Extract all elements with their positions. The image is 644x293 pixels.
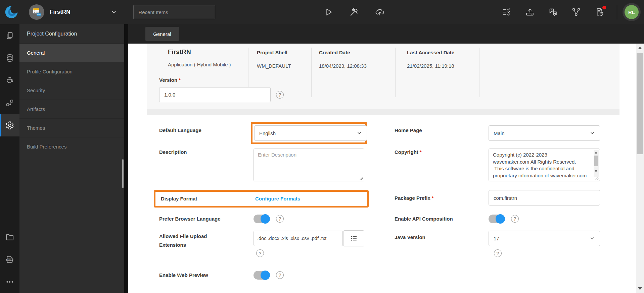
java-version-select[interactable]: 17 bbox=[489, 231, 600, 246]
top-bar: FirstRN Recent Items bbox=[0, 0, 644, 24]
project-avatar-icon[interactable] bbox=[29, 4, 44, 20]
display-format-highlight: Display Format Configure Formats bbox=[154, 190, 369, 208]
version-input[interactable] bbox=[159, 87, 271, 102]
enable-web-preview-label: Enable Web Preview bbox=[159, 272, 208, 278]
extensions-list-button[interactable] bbox=[343, 230, 364, 246]
sidebar-scrollbar-thumb[interactable] bbox=[122, 159, 124, 188]
sidebar-item-profile-configuration[interactable]: Profile Configuration bbox=[19, 62, 124, 81]
chevron-down-icon bbox=[590, 130, 595, 136]
enable-web-preview-help-icon[interactable]: ? bbox=[276, 271, 284, 279]
version-label: Version* bbox=[159, 77, 181, 83]
description-textarea[interactable]: Enter Description bbox=[254, 149, 364, 181]
checklist-icon[interactable] bbox=[501, 6, 512, 18]
user-avatar-initials: RL bbox=[625, 5, 639, 19]
last-accessed-value: 21/02/2025, 11:19:18 bbox=[407, 63, 454, 69]
user-avatar[interactable]: RL bbox=[623, 3, 641, 21]
required-marker: * bbox=[432, 195, 434, 201]
project-type: Application ( Hybrid Mobile ) bbox=[168, 62, 231, 67]
run-icon[interactable] bbox=[323, 6, 334, 18]
chevron-down-icon bbox=[590, 236, 595, 241]
sidebar-item-build-preferences[interactable]: Build Preferences bbox=[19, 137, 124, 156]
allowed-extensions-label: Allowed File Upload Extensions bbox=[159, 232, 223, 249]
project-switcher-chevron-icon[interactable] bbox=[110, 9, 117, 15]
rail-database-icon[interactable] bbox=[0, 47, 19, 69]
home-page-value: Main bbox=[494, 130, 505, 136]
scroll-down-arrow-icon[interactable] bbox=[638, 287, 642, 290]
description-label: Description bbox=[159, 149, 187, 155]
allowed-extensions-help-icon[interactable]: ? bbox=[256, 249, 264, 257]
default-language-value: English bbox=[259, 130, 276, 136]
rail-spacer bbox=[0, 136, 19, 226]
recent-items-input[interactable]: Recent Items bbox=[133, 5, 215, 19]
enable-api-composition-help-icon[interactable]: ? bbox=[511, 215, 519, 223]
sidebar-item-artifacts[interactable]: Artifacts bbox=[19, 100, 124, 119]
sidebar-header: Project Configuration bbox=[19, 24, 124, 44]
configure-formats-link[interactable]: Configure Formats bbox=[255, 196, 300, 201]
sidebar-item-themes[interactable]: Themes bbox=[19, 119, 124, 137]
tools-icon[interactable] bbox=[349, 6, 360, 18]
prefer-browser-language-help-icon[interactable]: ? bbox=[276, 215, 284, 223]
java-version-value: 17 bbox=[494, 236, 499, 241]
resize-grip-icon[interactable] bbox=[360, 177, 363, 180]
rail-file-explorer-icon[interactable] bbox=[0, 226, 19, 248]
notification-dot bbox=[602, 6, 606, 9]
java-version-help-icon[interactable]: ? bbox=[494, 249, 502, 257]
rail-apis-icon[interactable] bbox=[0, 92, 19, 114]
general-settings-panel: FirstRN Application ( Hybrid Mobile ) Pr… bbox=[128, 44, 644, 293]
version-help-icon[interactable]: ? bbox=[276, 91, 284, 99]
sync-changes-icon[interactable] bbox=[594, 6, 605, 18]
scrollbar-thumb[interactable] bbox=[637, 53, 643, 154]
required-marker: * bbox=[179, 77, 181, 83]
home-page-select[interactable]: Main bbox=[489, 125, 600, 141]
enable-api-composition-toggle[interactable] bbox=[489, 215, 504, 223]
prefer-browser-language-toggle[interactable] bbox=[254, 215, 269, 223]
rail-pages-icon[interactable] bbox=[0, 24, 19, 47]
default-language-select[interactable]: English bbox=[254, 125, 367, 141]
content-tab-bar: General bbox=[128, 24, 644, 44]
sidebar-resize-gutter[interactable] bbox=[124, 24, 128, 293]
created-date-label: Created Date bbox=[319, 50, 350, 55]
export-icon[interactable] bbox=[524, 6, 536, 18]
copyright-scrollbar[interactable] bbox=[594, 150, 599, 177]
scroll-up-arrow-icon[interactable] bbox=[595, 152, 597, 154]
app-window: FirstRN Recent Items bbox=[0, 0, 644, 293]
allowed-extensions-input[interactable] bbox=[254, 231, 343, 246]
sidebar-item-general[interactable]: General bbox=[19, 44, 124, 62]
svg-text:LOG: LOG bbox=[8, 259, 11, 260]
resize-grip-icon[interactable] bbox=[595, 177, 599, 180]
info-divider bbox=[395, 48, 396, 97]
page-scrollbar[interactable] bbox=[636, 44, 644, 293]
home-page-label: Home Page bbox=[395, 127, 422, 133]
last-accessed-label: Last Accessed Date bbox=[407, 50, 454, 55]
section-divider-band bbox=[147, 109, 619, 115]
java-version-label: Java Version bbox=[395, 234, 425, 240]
enable-api-composition-label: Enable API Composition bbox=[395, 216, 453, 222]
rail-settings-gear-icon[interactable] bbox=[0, 114, 19, 136]
deploy-cloud-icon[interactable] bbox=[374, 6, 385, 18]
rail-more-icon[interactable] bbox=[0, 271, 19, 293]
sidebar-item-security[interactable]: Security bbox=[19, 81, 124, 100]
translate-icon[interactable] bbox=[547, 6, 559, 18]
enable-web-preview-toggle[interactable] bbox=[254, 271, 269, 280]
scroll-up-arrow-icon[interactable] bbox=[638, 47, 642, 49]
scroll-down-arrow-icon[interactable] bbox=[595, 170, 597, 172]
rail-logs-icon[interactable]: LOG bbox=[0, 248, 19, 271]
info-divider bbox=[479, 48, 479, 97]
display-format-label: Display Format bbox=[161, 196, 197, 201]
list-icon bbox=[350, 235, 358, 242]
left-icon-rail: LOG bbox=[0, 24, 19, 293]
rail-java-services-icon[interactable] bbox=[0, 69, 19, 92]
default-language-label: Default Language bbox=[159, 127, 201, 133]
copyright-label: Copyright* bbox=[395, 149, 422, 155]
required-marker: * bbox=[420, 149, 422, 155]
package-prefix-input[interactable] bbox=[489, 190, 600, 206]
copyright-textarea[interactable]: Copyright (c) 2022-2023 wavemaker.com Al… bbox=[489, 149, 600, 181]
default-language-highlight: English bbox=[251, 122, 367, 144]
project-shell-label: Project Shell bbox=[257, 50, 287, 55]
version-control-icon[interactable] bbox=[570, 6, 582, 18]
project-shell-value: WM_DEFAULT bbox=[257, 63, 291, 69]
scrollbar-thumb[interactable] bbox=[594, 156, 598, 166]
wavemaker-logo-icon[interactable] bbox=[3, 4, 19, 20]
description-placeholder: Enter Description bbox=[258, 152, 355, 180]
tab-general[interactable]: General bbox=[145, 27, 179, 41]
